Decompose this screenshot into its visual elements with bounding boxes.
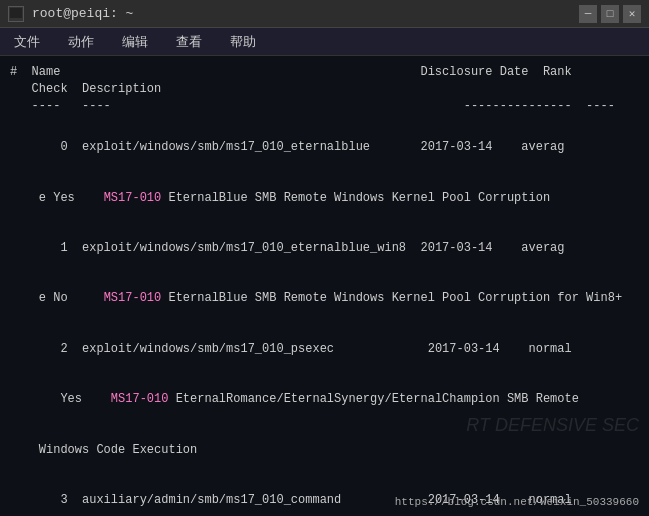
close-button[interactable]: ✕ xyxy=(623,5,641,23)
table-row: 0 exploit/windows/smb/ms17_010_eternalbl… xyxy=(10,122,639,172)
menu-action[interactable]: 动作 xyxy=(62,31,100,53)
table-row: 1 exploit/windows/smb/ms17_010_eternalbl… xyxy=(10,223,639,273)
menu-bar: 文件 动作 编辑 查看 帮助 xyxy=(0,28,649,56)
table-row: 2 exploit/windows/smb/ms17_010_psexec 20… xyxy=(10,324,639,374)
menu-edit[interactable]: 编辑 xyxy=(116,31,154,53)
table-row-desc: Windows Code Execution xyxy=(10,425,639,475)
svg-rect-1 xyxy=(10,8,22,18)
minimize-button[interactable]: ─ xyxy=(579,5,597,23)
title-bar: root@peiqi: ~ ─ □ ✕ xyxy=(0,0,649,28)
menu-view[interactable]: 查看 xyxy=(170,31,208,53)
menu-file[interactable]: 文件 xyxy=(8,31,46,53)
window-controls: ─ □ ✕ xyxy=(579,5,641,23)
table-header: # Name Disclosure Date Rank xyxy=(10,64,639,81)
title-bar-left: root@peiqi: ~ xyxy=(8,6,133,22)
divider: ---- ---- --------------- ---- xyxy=(10,98,639,115)
maximize-button[interactable]: □ xyxy=(601,5,619,23)
app-icon xyxy=(8,6,24,22)
menu-help[interactable]: 帮助 xyxy=(224,31,262,53)
table-row-cont: e No MS17-010 EternalBlue SMB Remote Win… xyxy=(10,274,639,324)
table-row-cont: e Yes MS17-010 EternalBlue SMB Remote Wi… xyxy=(10,173,639,223)
table-subheader: Check Description xyxy=(10,81,639,98)
window-title: root@peiqi: ~ xyxy=(32,6,133,21)
footer-link: https://blog.csdn.net/weixin_50339660 xyxy=(395,496,639,508)
table-row-cont: Yes MS17-010 EternalRomance/EternalSyner… xyxy=(10,374,639,424)
terminal-area[interactable]: # Name Disclosure Date Rank Check Descri… xyxy=(0,56,649,516)
